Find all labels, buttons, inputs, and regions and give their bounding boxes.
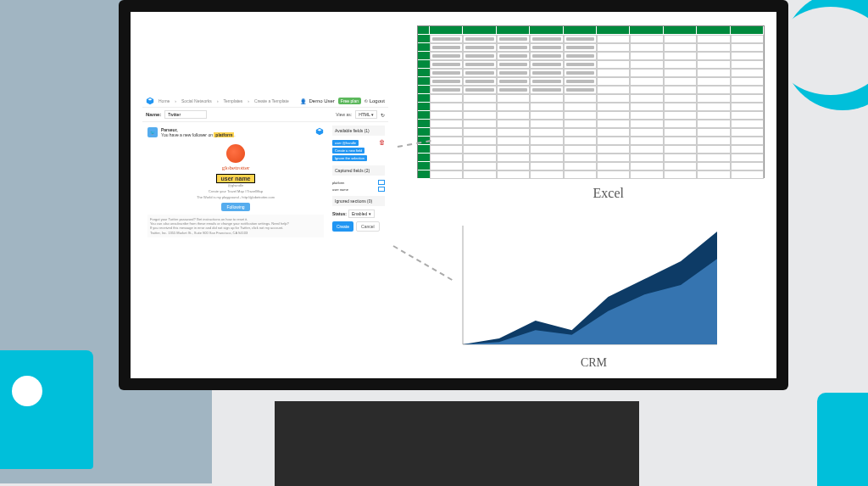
status-row: Status: Enabled ▾	[332, 209, 385, 218]
sheet-grid	[418, 26, 764, 179]
excel-spreadsheet	[417, 25, 765, 178]
captured-platform[interactable]: platform	[332, 179, 385, 186]
name-input[interactable]	[164, 110, 207, 119]
tagline2: The World is my playground - http://glob…	[147, 195, 324, 199]
nav-templates[interactable]: Templates	[224, 98, 243, 103]
parseur-logo	[146, 97, 154, 105]
email-follow-text: You have a new follower on platform.	[147, 132, 324, 137]
refresh-icon[interactable]: ↻	[381, 112, 385, 118]
following-button[interactable]: Following	[221, 203, 249, 211]
app-panel: Home› Social Networks› Templates› Create…	[142, 95, 388, 273]
bg-cup-left	[0, 350, 93, 469]
logout-link[interactable]: ⎋ Logout	[364, 98, 385, 103]
bg-cup-right	[817, 393, 868, 486]
name-label: Name:	[146, 112, 161, 117]
name-row: Name: View as: HTML ▾ ↻	[142, 108, 388, 122]
field-sidebar: Available fields (1) user @handle 🗑 Crea…	[329, 122, 388, 243]
create-field-chip[interactable]: Create a new field	[332, 148, 364, 154]
screen: Home› Social Networks› Templates› Create…	[131, 12, 776, 378]
parseur-corner-logo	[315, 127, 324, 136]
delete-field-icon[interactable]: 🗑	[379, 139, 385, 145]
twitter-icon: 🐦	[147, 127, 158, 137]
username-highlight[interactable]: user name	[216, 174, 254, 183]
connector-to-crm	[393, 245, 453, 281]
monitor-stand	[275, 401, 639, 486]
user-icon: 👤	[300, 98, 306, 104]
ignore-selection-chip[interactable]: Ignore the selection	[332, 155, 367, 161]
status-select[interactable]: Enabled ▾	[348, 209, 375, 218]
email-footer: Forgot your Twitter password? Get instru…	[147, 215, 324, 237]
platform-highlight[interactable]: platform	[214, 132, 234, 137]
breadcrumb: Home› Social Networks› Templates› Create…	[159, 98, 289, 103]
create-button[interactable]: Create	[332, 221, 353, 232]
excel-label: Excel	[593, 186, 624, 201]
brand-script: globetrotter	[147, 165, 324, 171]
captured-fields-section: Captured fields (2)	[332, 165, 385, 176]
user-name: Demo User	[309, 98, 335, 103]
globe-icon	[226, 144, 245, 163]
field-chip-user[interactable]: user @handle	[332, 140, 359, 146]
cancel-button[interactable]: Cancel	[356, 221, 380, 232]
nav-home[interactable]: Home	[159, 98, 170, 103]
view-as-label: View as:	[336, 112, 352, 117]
crm-label: CRM	[581, 356, 607, 370]
tagline1: Create your Travel Map #TravelMap	[147, 189, 324, 193]
nav-create[interactable]: Create a Template	[254, 98, 289, 103]
username-handle: @ghandle	[147, 183, 324, 187]
captured-username[interactable]: user name	[332, 186, 385, 193]
plan-badge: Free plan	[338, 98, 361, 104]
email-preview: 🐦 Parseur, You have a new follower on pl…	[142, 122, 329, 243]
nav-social[interactable]: Social Networks	[181, 98, 212, 103]
bg-circle-top	[783, 0, 868, 110]
available-fields-section: Available fields (1)	[332, 126, 385, 136]
ignored-section: Ignored sections (0)	[332, 196, 385, 206]
app-header: Home› Social Networks› Templates› Create…	[142, 95, 388, 108]
crm-chart	[454, 226, 717, 353]
monitor-frame: Home› Social Networks› Templates› Create…	[119, 0, 788, 390]
view-as-select[interactable]: HTML ▾	[355, 110, 377, 119]
